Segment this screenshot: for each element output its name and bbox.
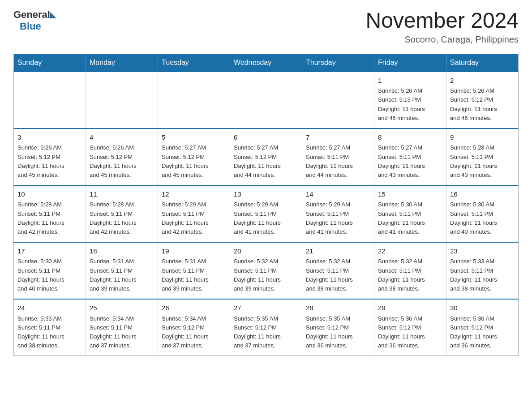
day-info: Sunrise: 5:27 AMSunset: 5:12 PMDaylight:…	[162, 143, 226, 180]
calendar-week-row: 10Sunrise: 5:28 AMSunset: 5:11 PMDayligh…	[14, 185, 519, 242]
calendar-cell: 6Sunrise: 5:27 AMSunset: 5:12 PMDaylight…	[230, 128, 302, 185]
calendar-header-wednesday: Wednesday	[230, 54, 302, 72]
day-info: Sunrise: 5:30 AMSunset: 5:11 PMDaylight:…	[17, 257, 82, 293]
day-info: Sunrise: 5:27 AMSunset: 5:11 PMDaylight:…	[306, 143, 370, 180]
day-info: Sunrise: 5:27 AMSunset: 5:12 PMDaylight:…	[234, 143, 298, 180]
day-number: 7	[306, 133, 370, 143]
calendar-week-row: 24Sunrise: 5:33 AMSunset: 5:11 PMDayligh…	[14, 299, 519, 356]
day-info: Sunrise: 5:29 AMSunset: 5:11 PMDaylight:…	[234, 200, 298, 236]
calendar-cell: 12Sunrise: 5:29 AMSunset: 5:11 PMDayligh…	[158, 185, 230, 242]
day-info: Sunrise: 5:28 AMSunset: 5:11 PMDaylight:…	[17, 200, 82, 236]
day-number: 22	[378, 246, 442, 257]
logo-block: General Blue	[13, 9, 56, 32]
calendar-location: Socorro, Caraga, Philippines	[365, 34, 519, 45]
calendar-cell: 27Sunrise: 5:35 AMSunset: 5:12 PMDayligh…	[230, 299, 302, 356]
day-info: Sunrise: 5:30 AMSunset: 5:11 PMDaylight:…	[378, 200, 442, 236]
day-number: 14	[306, 189, 370, 200]
calendar-cell: 5Sunrise: 5:27 AMSunset: 5:12 PMDaylight…	[158, 128, 230, 185]
day-info: Sunrise: 5:36 AMSunset: 5:12 PMDaylight:…	[378, 314, 442, 351]
calendar-cell	[302, 72, 374, 128]
calendar-header-monday: Monday	[86, 54, 158, 72]
calendar-cell	[86, 72, 158, 128]
calendar-cell: 17Sunrise: 5:30 AMSunset: 5:11 PMDayligh…	[14, 242, 86, 299]
day-number: 30	[450, 303, 515, 313]
logo-general-text: General	[13, 9, 50, 21]
calendar-cell: 11Sunrise: 5:28 AMSunset: 5:11 PMDayligh…	[86, 185, 158, 242]
calendar-cell	[158, 72, 230, 128]
day-info: Sunrise: 5:33 AMSunset: 5:11 PMDaylight:…	[450, 257, 515, 293]
day-number: 4	[90, 133, 154, 143]
logo: General Blue	[13, 9, 56, 32]
calendar-week-row: 17Sunrise: 5:30 AMSunset: 5:11 PMDayligh…	[14, 242, 519, 299]
day-number: 21	[306, 246, 370, 257]
day-number: 2	[450, 76, 515, 86]
day-info: Sunrise: 5:27 AMSunset: 5:11 PMDaylight:…	[378, 143, 442, 180]
day-number: 9	[450, 133, 515, 143]
day-number: 10	[17, 189, 82, 200]
day-number: 6	[234, 133, 298, 143]
day-number: 17	[17, 246, 82, 257]
logo-blue-text: Blue	[20, 21, 41, 32]
logo-triangle-icon	[50, 12, 56, 18]
day-info: Sunrise: 5:26 AMSunset: 5:12 PMDaylight:…	[90, 143, 154, 180]
calendar-cell: 26Sunrise: 5:34 AMSunset: 5:12 PMDayligh…	[158, 299, 230, 356]
calendar-header-friday: Friday	[374, 54, 446, 72]
day-number: 8	[378, 133, 442, 143]
calendar-cell: 16Sunrise: 5:30 AMSunset: 5:11 PMDayligh…	[446, 185, 519, 242]
day-number: 16	[450, 189, 515, 200]
calendar-header-row: SundayMondayTuesdayWednesdayThursdayFrid…	[14, 54, 519, 72]
calendar-title: November 2024	[365, 9, 519, 33]
calendar-header-saturday: Saturday	[446, 54, 519, 72]
day-info: Sunrise: 5:33 AMSunset: 5:11 PMDaylight:…	[17, 314, 82, 351]
calendar-cell: 30Sunrise: 5:36 AMSunset: 5:12 PMDayligh…	[446, 299, 519, 356]
day-number: 18	[90, 246, 154, 257]
day-info: Sunrise: 5:32 AMSunset: 5:11 PMDaylight:…	[306, 257, 370, 293]
calendar-cell: 21Sunrise: 5:32 AMSunset: 5:11 PMDayligh…	[302, 242, 374, 299]
calendar-cell: 9Sunrise: 5:28 AMSunset: 5:11 PMDaylight…	[446, 128, 519, 185]
calendar-cell: 1Sunrise: 5:26 AMSunset: 5:13 PMDaylight…	[374, 72, 446, 128]
day-number: 3	[17, 133, 82, 143]
day-info: Sunrise: 5:30 AMSunset: 5:11 PMDaylight:…	[450, 200, 515, 236]
calendar-cell: 28Sunrise: 5:35 AMSunset: 5:12 PMDayligh…	[302, 299, 374, 356]
day-number: 28	[306, 303, 370, 313]
day-info: Sunrise: 5:28 AMSunset: 5:11 PMDaylight:…	[450, 143, 515, 180]
calendar-header-tuesday: Tuesday	[158, 54, 230, 72]
calendar-table: SundayMondayTuesdayWednesdayThursdayFrid…	[13, 54, 519, 356]
calendar-cell: 19Sunrise: 5:31 AMSunset: 5:11 PMDayligh…	[158, 242, 230, 299]
day-number: 20	[234, 246, 298, 257]
calendar-cell: 13Sunrise: 5:29 AMSunset: 5:11 PMDayligh…	[230, 185, 302, 242]
calendar-cell: 8Sunrise: 5:27 AMSunset: 5:11 PMDaylight…	[374, 128, 446, 185]
calendar-week-row: 3Sunrise: 5:26 AMSunset: 5:12 PMDaylight…	[14, 128, 519, 185]
calendar-cell: 23Sunrise: 5:33 AMSunset: 5:11 PMDayligh…	[446, 242, 519, 299]
day-number: 12	[162, 189, 226, 200]
calendar-header-sunday: Sunday	[14, 54, 86, 72]
calendar-cell: 22Sunrise: 5:32 AMSunset: 5:11 PMDayligh…	[374, 242, 446, 299]
calendar-cell: 25Sunrise: 5:34 AMSunset: 5:11 PMDayligh…	[86, 299, 158, 356]
day-number: 13	[234, 189, 298, 200]
day-info: Sunrise: 5:36 AMSunset: 5:12 PMDaylight:…	[450, 314, 515, 351]
day-number: 27	[234, 303, 298, 313]
day-number: 5	[162, 133, 226, 143]
title-block: November 2024 Socorro, Caraga, Philippin…	[365, 9, 519, 45]
day-info: Sunrise: 5:32 AMSunset: 5:11 PMDaylight:…	[378, 257, 442, 293]
day-number: 11	[90, 189, 154, 200]
calendar-cell: 15Sunrise: 5:30 AMSunset: 5:11 PMDayligh…	[374, 185, 446, 242]
day-info: Sunrise: 5:26 AMSunset: 5:13 PMDaylight:…	[378, 86, 442, 123]
day-number: 19	[162, 246, 226, 257]
day-number: 1	[378, 76, 442, 86]
calendar-week-row: 1Sunrise: 5:26 AMSunset: 5:13 PMDaylight…	[14, 72, 519, 128]
day-number: 23	[450, 246, 515, 257]
calendar-header-thursday: Thursday	[302, 54, 374, 72]
day-info: Sunrise: 5:34 AMSunset: 5:11 PMDaylight:…	[90, 314, 154, 351]
calendar-cell	[230, 72, 302, 128]
day-info: Sunrise: 5:31 AMSunset: 5:11 PMDaylight:…	[162, 257, 226, 293]
day-number: 24	[17, 303, 82, 313]
day-number: 29	[378, 303, 442, 313]
day-number: 15	[378, 189, 442, 200]
calendar-cell: 10Sunrise: 5:28 AMSunset: 5:11 PMDayligh…	[14, 185, 86, 242]
calendar-cell: 20Sunrise: 5:32 AMSunset: 5:11 PMDayligh…	[230, 242, 302, 299]
calendar-cell: 4Sunrise: 5:26 AMSunset: 5:12 PMDaylight…	[86, 128, 158, 185]
day-info: Sunrise: 5:35 AMSunset: 5:12 PMDaylight:…	[306, 314, 370, 351]
day-info: Sunrise: 5:32 AMSunset: 5:11 PMDaylight:…	[234, 257, 298, 293]
calendar-cell: 7Sunrise: 5:27 AMSunset: 5:11 PMDaylight…	[302, 128, 374, 185]
